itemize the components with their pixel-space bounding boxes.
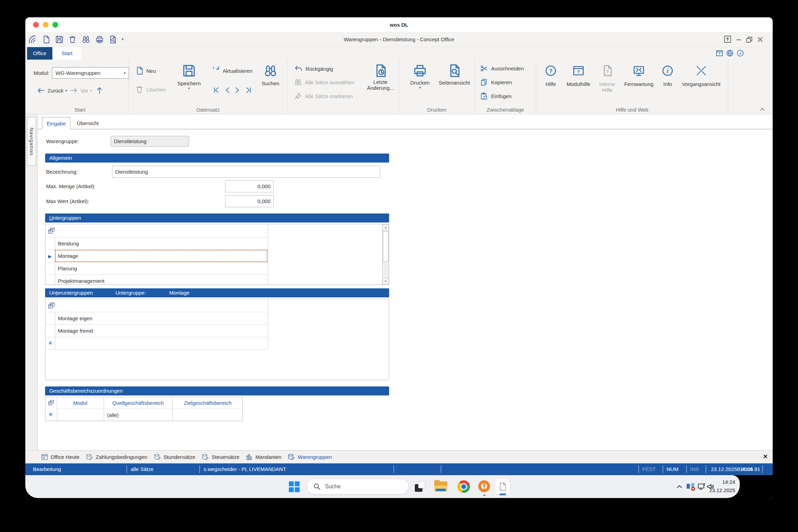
column-header-modul[interactable]: Modul (57, 397, 104, 409)
close-module-tab-icon[interactable]: ✕ (763, 453, 768, 460)
tray-expand-button[interactable] (675, 475, 684, 498)
tab-office[interactable]: Office (27, 47, 52, 60)
copy-button[interactable]: Kopieren (480, 78, 512, 86)
tab-start[interactable]: Start (52, 47, 81, 60)
table-row-selected[interactable]: ▶ Montage (45, 250, 268, 262)
grid-selector-icon[interactable] (48, 302, 55, 309)
web-globe-icon[interactable] (726, 49, 734, 57)
quellgeschaeftsbereich-cell[interactable]: (alle) (107, 409, 119, 421)
table-row[interactable]: Planung (45, 262, 268, 275)
module-tab-warengruppen[interactable]: Warengruppen (288, 453, 332, 461)
last-record-icon[interactable] (245, 86, 252, 94)
search-icon (313, 483, 321, 490)
warengruppe-field[interactable] (111, 136, 189, 147)
delete-button[interactable]: Löschen (135, 85, 166, 94)
file-explorer-button[interactable] (433, 475, 448, 498)
collapse-ribbon-icon[interactable] (760, 107, 765, 112)
scissors-icon (480, 64, 488, 72)
column-header-zielgeschaeftsbereich[interactable]: Zielgeschäftsbereich (172, 397, 243, 409)
table-row[interactable]: Beratung (45, 237, 268, 250)
grid-selector-icon[interactable] (48, 399, 54, 406)
ribbon-pin-icon[interactable] (723, 35, 732, 43)
ribbon-group-records: Rückgängig Alle Sätze auswählen Alle Sät… (288, 60, 399, 114)
modul-select[interactable]: WG-Warengruppen ▾ (52, 67, 129, 79)
module-help-button[interactable]: ? Modulhilfe (562, 64, 595, 87)
module-tab-stundensaetze[interactable]: Stundensätze (154, 453, 196, 461)
concept-office-button[interactable] (476, 475, 492, 498)
info-icon[interactable]: i (736, 49, 744, 57)
mark-all-records-button[interactable]: Alle Sätze markieren (294, 92, 353, 100)
info-button[interactable]: i Info (659, 64, 676, 87)
back-button[interactable]: Zurück (48, 88, 63, 94)
next-record-icon[interactable] (234, 86, 241, 94)
bezeichnung-field[interactable] (112, 166, 380, 178)
task-view-button[interactable] (413, 475, 427, 498)
undo-button[interactable]: Rückgängig (294, 64, 333, 73)
navigation-panel-tab[interactable]: Navigation (27, 117, 36, 166)
taskbar-clock[interactable]: 14:24 23.12.2025 (709, 478, 735, 495)
module-tab-zahlungsbedingungen[interactable]: Zahlungsbedingungen (86, 453, 147, 461)
module-tab-office-heute[interactable]: Office Heute (41, 453, 79, 461)
save-button[interactable]: Speichern ▾ (173, 64, 205, 90)
tray-sync-button[interactable] (685, 475, 697, 498)
windows-start-button[interactable] (288, 475, 300, 498)
table-row[interactable]: Montage fremd (45, 325, 268, 337)
section-header-untergruppen: Untergruppen (45, 213, 389, 223)
vertical-scrollbar[interactable]: ▲ ▼ (382, 224, 389, 285)
forward-button[interactable]: Vor (80, 88, 88, 94)
svg-text:i: i (667, 68, 669, 75)
new-document-icon (135, 67, 144, 75)
new-row[interactable]: ✳ (45, 337, 268, 350)
max-menge-field[interactable] (225, 180, 274, 192)
column-header-quellgeschaeftsbereich[interactable]: Quellgeschäftsbereich (104, 397, 172, 409)
ribbon-group-zwischenablage: Ausschneiden Kopieren Einfügen Zwischena… (475, 60, 536, 114)
restore-icon[interactable] (746, 35, 753, 44)
scroll-down-icon[interactable]: ▼ (383, 278, 389, 285)
select-all-records-button[interactable]: Alle Sätze auswählen (294, 78, 354, 86)
status-mode: Bearbeitung (33, 463, 61, 475)
page-preview-icon (447, 64, 461, 78)
paste-button[interactable]: Einfügen (480, 92, 512, 100)
scroll-up-icon[interactable]: ▲ (383, 224, 389, 231)
previous-record-icon[interactable] (224, 86, 230, 94)
table-row[interactable]: Projektmanagement (45, 275, 268, 285)
tab-uebersicht[interactable]: Übersicht (71, 117, 104, 129)
scrollbar-thumb[interactable] (383, 231, 388, 262)
taskbar-search-input[interactable]: Suche (307, 479, 409, 495)
tab-eingabe[interactable]: Eingabe (42, 117, 70, 129)
status-version: 8.4005.91 (737, 463, 760, 475)
close-icon[interactable] (757, 35, 764, 44)
dropdown-caret-icon[interactable]: ▾ (90, 89, 92, 93)
page-preview-button[interactable]: Seitenansicht (435, 64, 473, 86)
remote-support-button[interactable]: Fernwartung (619, 64, 658, 87)
print-button[interactable]: Drucken ▾ (405, 64, 435, 89)
cut-button[interactable]: Ausschneiden (480, 64, 524, 72)
module-tab-steuersaetze[interactable]: Steuersätze (201, 453, 239, 461)
search-button[interactable]: Suchen (257, 64, 284, 86)
max-wert-field[interactable] (225, 195, 274, 207)
new-button[interactable]: Neu (135, 67, 156, 75)
first-record-icon[interactable] (212, 86, 220, 94)
minimize-icon[interactable] (735, 35, 742, 44)
database-edit-icon (154, 453, 161, 461)
active-app-button[interactable] (494, 475, 511, 498)
help-button[interactable]: ? Hilfe (541, 64, 560, 87)
module-tab-mandanten[interactable]: Mandanten (246, 453, 281, 461)
chrome-icon (457, 480, 470, 493)
help-window-icon[interactable]: ? (715, 49, 723, 57)
table-row[interactable]: Montage eigen (45, 312, 268, 325)
new-row[interactable]: ✳ (alle) (45, 409, 243, 421)
refresh-button[interactable]: Aktualisieren (212, 67, 252, 75)
process-view-button[interactable]: Vorgangsansicht (678, 64, 725, 87)
dropdown-caret-icon[interactable]: ▾ (66, 89, 67, 93)
back-arrow-icon[interactable] (36, 86, 45, 95)
status-num-lock: NUM (667, 463, 678, 475)
ribbon-group-drucken: Drucken ▾ Seitenansicht Drucken (399, 60, 475, 114)
binoculars-icon (294, 78, 302, 86)
internal-help-button[interactable]: ? interne Hilfe (596, 64, 619, 93)
up-arrow-icon[interactable] (95, 86, 104, 95)
grid-selector-icon[interactable] (48, 227, 55, 235)
last-change-button[interactable]: Letzte Änderung... (363, 64, 398, 91)
forward-arrow-icon[interactable] (69, 86, 78, 95)
chrome-button[interactable] (456, 475, 471, 498)
